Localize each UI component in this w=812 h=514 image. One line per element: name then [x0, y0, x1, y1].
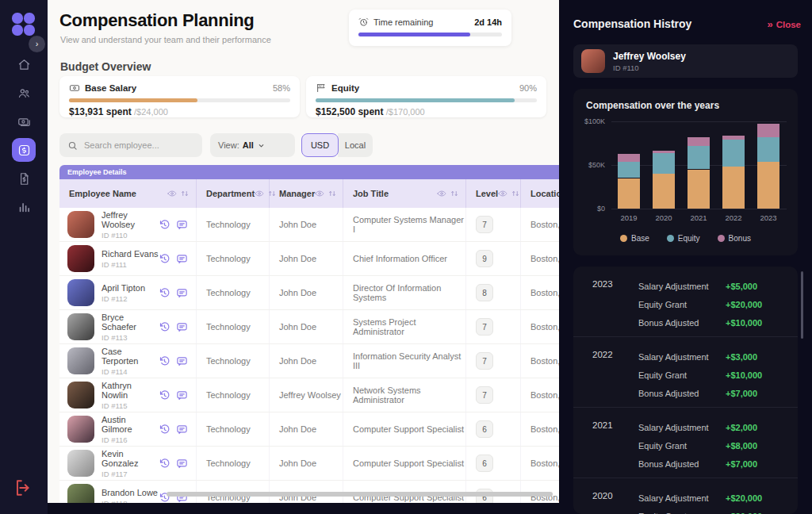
location-cell: Boston, MA — [521, 208, 559, 241]
employee-name: Kevin Gonzalez — [102, 449, 159, 468]
sidebar-expand-button[interactable]: › — [29, 36, 45, 52]
column-label: Location — [530, 189, 559, 198]
search-input[interactable] — [82, 140, 194, 151]
history-icon[interactable] — [159, 424, 170, 435]
alarm-clock-icon — [358, 17, 369, 27]
table-row[interactable]: Austin GilmoreID #116TechnologyJohn DoeC… — [59, 412, 559, 447]
team-icon — [17, 86, 31, 100]
comment-icon[interactable] — [176, 458, 188, 470]
eye-icon[interactable] — [315, 189, 324, 198]
main-content: Compensation Planning View and understan… — [48, 0, 559, 503]
comment-icon[interactable] — [176, 424, 188, 435]
history-icon[interactable] — [159, 219, 170, 231]
level-cell: 7 — [466, 344, 521, 378]
adjustment-value: +$20,000 — [726, 512, 762, 514]
location-cell: Boston, MA — [521, 242, 559, 275]
view-value: All — [243, 140, 254, 150]
job-title-cell: Computer Support Specialist — [343, 447, 466, 480]
employee-name: Jeffrey Woolsey — [613, 51, 686, 62]
budget-card-percent: 58% — [273, 83, 290, 93]
sidebar-item-billing[interactable] — [12, 167, 36, 190]
history-item: Equity Grant+$10,000 — [638, 366, 798, 384]
sidebar-item-team[interactable] — [12, 81, 36, 105]
panel-scrollbar[interactable] — [801, 271, 803, 339]
horizontal-scrollbar[interactable] — [167, 492, 553, 497]
currency-usd-button[interactable]: USD — [301, 133, 339, 157]
table-row[interactable]: Bryce SchaeferID #113TechnologyJohn DoeS… — [59, 310, 559, 344]
table-row[interactable]: April TiptonID #112TechnologyJohn DoeDir… — [59, 276, 559, 310]
history-icon[interactable] — [159, 287, 170, 299]
comment-icon[interactable] — [176, 389, 188, 401]
comment-icon[interactable] — [176, 287, 188, 299]
view-label: View: — [218, 140, 239, 150]
adjustment-value: +$5,000 — [726, 282, 757, 291]
eye-icon[interactable] — [498, 189, 508, 198]
table-row[interactable]: Kevin GonzalezID #117TechnologyJohn DoeC… — [59, 447, 559, 481]
sidebar-item-compensation[interactable] — [12, 138, 36, 162]
sort-icon[interactable] — [450, 189, 459, 198]
comment-icon[interactable] — [176, 321, 188, 333]
history-icon[interactable] — [159, 321, 170, 333]
logout-icon — [13, 478, 33, 498]
sidebar: › — [0, 0, 48, 514]
y-axis-label: $50K — [573, 161, 605, 169]
column-header-location[interactable]: Location — [521, 179, 559, 208]
equity-flag-icon — [316, 82, 327, 94]
sort-icon[interactable] — [327, 189, 337, 198]
column-header-level[interactable]: Level — [466, 179, 521, 208]
sort-icon[interactable] — [511, 189, 520, 198]
history-icon[interactable] — [159, 355, 170, 367]
x-axis-label: 2019 — [611, 213, 646, 222]
level-badge: 6 — [476, 455, 493, 472]
avatar — [67, 313, 94, 340]
history-item: Equity Grant+$8,000 — [638, 436, 798, 455]
employee-name: Jeffrey Woolsey — [102, 210, 159, 229]
sidebar-item-home[interactable] — [12, 52, 36, 76]
employee-name-cell: Kathryn NowlinID #115 — [59, 378, 197, 412]
history-icon[interactable] — [159, 458, 170, 470]
logout-button[interactable] — [13, 478, 33, 498]
view-filter-dropdown[interactable]: View: All — [210, 133, 295, 157]
banknote-icon — [69, 82, 80, 94]
employee-id: ID #112 — [102, 294, 145, 303]
sidebar-item-analytics[interactable] — [12, 195, 36, 219]
history-item: Salary Adjustment+$2,000 — [638, 418, 798, 436]
column-header-job-title[interactable]: Job Title — [343, 179, 466, 208]
column-header-employee-name[interactable]: Employee Name — [59, 179, 197, 208]
history-item: Equity Grant+$20,000 — [638, 507, 798, 514]
history-item: Salary Adjustment+$5,000 — [638, 277, 798, 295]
table-row[interactable]: Case TerportenID #114TechnologyJohn DoeI… — [59, 344, 559, 378]
sidebar-item-payroll[interactable] — [12, 109, 36, 133]
table-row[interactable]: Richard EvansID #111TechnologyJohn DoeCh… — [59, 242, 559, 276]
sort-icon[interactable] — [180, 189, 190, 198]
adjustment-value: +$20,000 — [726, 300, 762, 309]
search-employee-field[interactable] — [59, 133, 202, 157]
close-panel-button[interactable]: » Close — [767, 19, 801, 29]
adjustment-label: Salary Adjustment — [638, 493, 726, 503]
table-row[interactable]: Kathryn NowlinID #115TechnologyJeffrey W… — [59, 378, 559, 412]
department-cell: Technology — [197, 242, 270, 275]
comment-icon[interactable] — [176, 253, 188, 265]
column-header-manager[interactable]: Manager — [270, 179, 343, 208]
eye-icon[interactable] — [167, 189, 177, 198]
bar-segment-bonus — [653, 151, 675, 152]
comment-icon[interactable] — [176, 355, 188, 367]
comment-icon[interactable] — [176, 219, 188, 231]
column-header-department[interactable]: Department — [197, 179, 270, 208]
double-chevron-right-icon: » — [767, 19, 772, 29]
bar-segment-bonus — [757, 124, 779, 137]
eye-icon[interactable] — [255, 189, 264, 198]
budget-card-label: Equity — [331, 83, 359, 93]
currency-local-button[interactable]: Local — [338, 133, 373, 157]
adjustment-label: Salary Adjustment — [638, 282, 726, 291]
history-icon[interactable] — [159, 389, 170, 401]
eye-icon[interactable] — [437, 189, 446, 198]
employee-id: ID #117 — [102, 470, 159, 478]
history-icon[interactable] — [159, 253, 170, 265]
y-axis-label: $100K — [573, 117, 605, 125]
gridline — [611, 209, 787, 209]
page-subtitle: View and understand your team and their … — [60, 35, 271, 44]
table-row[interactable]: Jeffrey WoolseyID #110TechnologyJohn Doe… — [59, 208, 559, 242]
employee-name: Case Terporten — [102, 347, 159, 366]
department-cell: Technology — [197, 447, 270, 480]
